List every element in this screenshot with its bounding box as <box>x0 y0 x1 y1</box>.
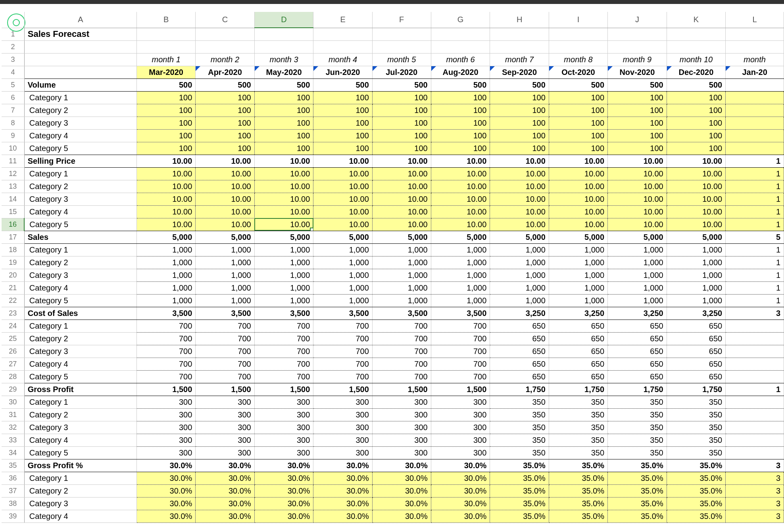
data-cell[interactable]: 10.00 <box>490 193 549 205</box>
data-cell[interactable]: 700 <box>372 370 431 383</box>
data-cell[interactable] <box>726 117 784 129</box>
data-cell[interactable]: 30.0% <box>136 497 195 510</box>
data-cell[interactable]: 300 <box>196 421 254 434</box>
data-cell[interactable]: 100 <box>136 91 195 104</box>
row-header-8[interactable]: 8 <box>2 117 24 129</box>
cell[interactable] <box>24 66 136 78</box>
data-cell[interactable]: 30.0% <box>196 497 254 510</box>
data-cell[interactable]: 100 <box>254 142 313 155</box>
date-header[interactable]: Apr-2020 <box>196 66 254 78</box>
data-cell[interactable]: 3,500 <box>196 307 254 320</box>
corner-cell[interactable] <box>2 12 24 28</box>
data-cell[interactable]: 100 <box>608 142 667 155</box>
data-cell[interactable]: 35.0% <box>608 472 667 484</box>
col-header-C[interactable]: C <box>196 12 254 28</box>
data-cell[interactable]: 30.0% <box>196 484 254 497</box>
month-label[interactable]: month 3 <box>254 53 313 66</box>
data-cell[interactable]: 1,000 <box>136 243 195 256</box>
row-header-36[interactable]: 36 <box>2 472 24 484</box>
cell[interactable] <box>431 28 490 40</box>
data-cell[interactable]: 10.00 <box>196 193 254 205</box>
data-cell[interactable]: 300 <box>431 421 490 434</box>
data-cell[interactable]: 700 <box>136 332 195 345</box>
data-cell[interactable] <box>726 446 784 459</box>
data-cell[interactable]: 10.00 <box>431 180 490 193</box>
data-cell[interactable]: 3 <box>726 307 784 320</box>
data-cell[interactable]: 100 <box>667 129 726 142</box>
data-cell[interactable] <box>726 78 784 91</box>
row-header-30[interactable]: 30 <box>2 396 24 408</box>
data-cell[interactable]: 1,000 <box>313 281 372 294</box>
data-cell[interactable] <box>726 396 784 408</box>
row-header-17[interactable]: 17 <box>2 231 24 243</box>
data-cell[interactable]: 100 <box>431 104 490 117</box>
data-cell[interactable]: 3 <box>726 459 784 472</box>
data-cell[interactable]: 700 <box>313 332 372 345</box>
col-header-H[interactable]: H <box>490 12 549 28</box>
data-cell[interactable]: 650 <box>667 358 726 370</box>
data-cell[interactable]: 650 <box>549 358 607 370</box>
data-cell[interactable]: 1,000 <box>136 281 195 294</box>
data-cell[interactable]: 5,000 <box>549 231 607 243</box>
data-cell[interactable]: 100 <box>372 91 431 104</box>
cell[interactable] <box>490 40 549 53</box>
data-cell[interactable] <box>726 320 784 332</box>
row-header-39[interactable]: 39 <box>2 510 24 522</box>
month-label[interactable]: month 7 <box>490 53 549 66</box>
data-cell[interactable]: 300 <box>372 446 431 459</box>
row-header-26[interactable]: 26 <box>2 345 24 358</box>
data-cell[interactable]: 30.0% <box>372 484 431 497</box>
data-cell[interactable]: 10.00 <box>254 180 313 193</box>
data-cell[interactable]: 1,000 <box>196 294 254 307</box>
data-cell[interactable]: 700 <box>196 332 254 345</box>
data-cell[interactable]: 3 <box>726 472 784 484</box>
data-cell[interactable]: 1,000 <box>549 281 607 294</box>
cell[interactable] <box>313 28 372 40</box>
data-cell[interactable]: 1,000 <box>313 243 372 256</box>
data-cell[interactable]: 30.0% <box>196 472 254 484</box>
data-cell[interactable]: 700 <box>196 320 254 332</box>
data-cell[interactable]: 1,500 <box>136 383 195 396</box>
data-cell[interactable]: 100 <box>372 142 431 155</box>
data-cell[interactable]: 350 <box>608 434 667 446</box>
data-cell[interactable]: 650 <box>549 320 607 332</box>
data-cell[interactable]: 1,000 <box>254 281 313 294</box>
data-cell[interactable]: 3,500 <box>313 307 372 320</box>
data-cell[interactable]: 100 <box>254 104 313 117</box>
data-cell[interactable]: 1,000 <box>608 256 667 269</box>
data-cell[interactable]: 100 <box>431 142 490 155</box>
data-cell[interactable]: 10.00 <box>196 218 254 231</box>
row-label[interactable]: Category 4 <box>24 434 136 446</box>
data-cell[interactable]: 100 <box>196 129 254 142</box>
row-header-24[interactable]: 24 <box>2 320 24 332</box>
data-cell[interactable]: 700 <box>254 358 313 370</box>
data-cell[interactable]: 350 <box>667 408 726 421</box>
data-cell[interactable]: 30.0% <box>196 510 254 522</box>
data-cell[interactable]: 100 <box>136 129 195 142</box>
data-cell[interactable]: 100 <box>608 117 667 129</box>
data-cell[interactable]: 1,500 <box>196 383 254 396</box>
data-cell[interactable]: 700 <box>196 370 254 383</box>
data-cell[interactable]: 500 <box>549 78 607 91</box>
row-header-33[interactable]: 33 <box>2 434 24 446</box>
data-cell[interactable]: 350 <box>667 434 726 446</box>
row-header-23[interactable]: 23 <box>2 307 24 320</box>
data-cell[interactable]: 650 <box>549 332 607 345</box>
data-cell[interactable]: 10.00 <box>608 205 667 218</box>
data-cell[interactable]: 1,750 <box>490 383 549 396</box>
col-header-F[interactable]: F <box>372 12 431 28</box>
data-cell[interactable]: 700 <box>372 332 431 345</box>
data-cell[interactable]: 1,000 <box>608 294 667 307</box>
date-header[interactable]: Jul-2020 <box>372 66 431 78</box>
data-cell[interactable]: 35.0% <box>549 510 607 522</box>
col-header-J[interactable]: J <box>608 12 667 28</box>
cell[interactable] <box>431 40 490 53</box>
data-cell[interactable]: 30.0% <box>254 459 313 472</box>
data-cell[interactable]: 100 <box>196 104 254 117</box>
data-cell[interactable]: 100 <box>490 117 549 129</box>
data-cell[interactable]: 500 <box>313 78 372 91</box>
data-cell[interactable]: 1,000 <box>667 256 726 269</box>
data-cell[interactable]: 1,000 <box>667 294 726 307</box>
col-header-D[interactable]: D <box>254 12 313 28</box>
data-cell[interactable]: 1,000 <box>196 281 254 294</box>
